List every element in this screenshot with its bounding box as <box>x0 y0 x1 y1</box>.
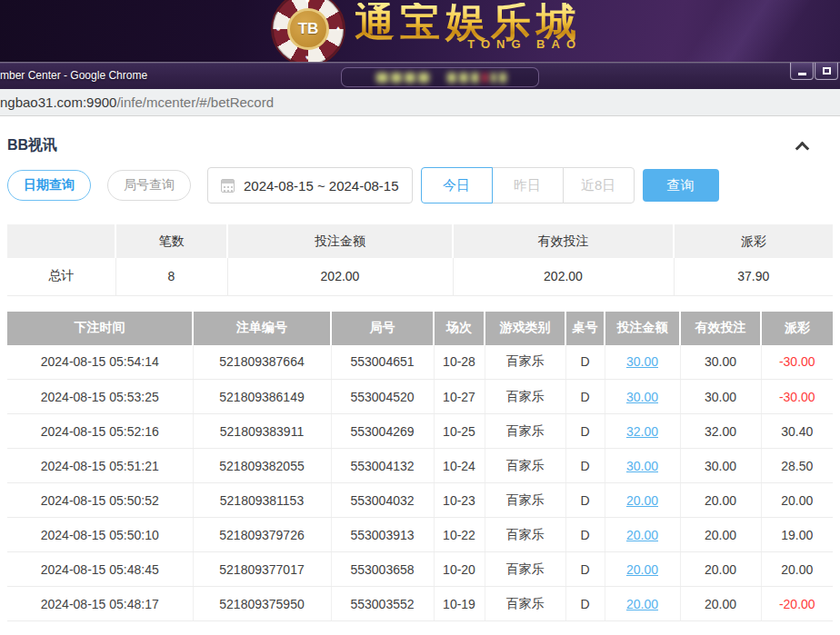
record-cell: 10-25 <box>434 414 485 449</box>
bet-amount-cell: 30.00 <box>605 449 680 483</box>
blurred-text-block <box>471 73 479 83</box>
record-cell: 百家乐 <box>485 449 565 483</box>
record-cell: D <box>565 414 605 449</box>
summary-cell: 总计 <box>7 258 115 295</box>
records-column-header: 局号 <box>331 312 434 345</box>
minimize-icon <box>798 73 806 75</box>
date-range-input[interactable]: 2024-08-15 ~ 2024-08-15 <box>207 167 413 203</box>
record-cell: -30.00 <box>761 380 833 414</box>
record-cell: 百家乐 <box>485 483 565 518</box>
record-cell: 553004651 <box>331 345 434 380</box>
record-cell: 百家乐 <box>485 345 565 380</box>
blurred-text-block <box>376 73 388 83</box>
summary-column-header <box>7 224 115 258</box>
record-cell: 553004520 <box>331 380 434 414</box>
bet-amount-cell: 20.00 <box>605 518 680 552</box>
blurred-text-block <box>447 73 456 83</box>
bet-amount-link[interactable]: 30.00 <box>626 354 658 369</box>
bet-amount-cell: 20.00 <box>605 587 680 621</box>
blurred-text-block <box>432 73 445 83</box>
record-cell: -30.00 <box>761 345 833 380</box>
records-column-header: 下注时间 <box>7 312 193 345</box>
search-button[interactable]: 查询 <box>643 169 719 202</box>
record-cell: 553003658 <box>331 552 434 587</box>
record-cell: 30.00 <box>680 380 761 414</box>
blurred-text-block <box>418 73 429 83</box>
bet-amount-link[interactable]: 20.00 <box>626 562 658 577</box>
record-cell: 百家乐 <box>485 380 565 414</box>
summary-column-header: 派彩 <box>674 224 833 258</box>
record-cell: 521809381153 <box>193 483 331 518</box>
heart-suit-icon: ♥ <box>305 0 310 5</box>
record-cell: 10-22 <box>434 518 485 552</box>
address-bar[interactable]: ngbao31.com:9900/infe/mcenter/#/betRecor… <box>0 89 840 116</box>
record-row: 2024-08-15 05:51:21521809382055553004132… <box>7 449 833 483</box>
summary-header-row: 笔数投注金额有效投注派彩 <box>7 224 833 258</box>
record-row: 2024-08-15 05:53:25521809386149553004520… <box>7 380 833 414</box>
quick-date-button-近8日[interactable]: 近8日 <box>563 167 635 203</box>
record-cell: 10-20 <box>434 552 485 587</box>
record-cell: 10-27 <box>434 380 485 414</box>
record-cell: D <box>565 518 605 552</box>
record-cell: D <box>565 449 605 483</box>
blurred-text-block <box>391 73 402 83</box>
record-cell: 553004032 <box>331 483 434 518</box>
record-cell: 百家乐 <box>485 518 565 552</box>
maximize-icon <box>823 67 831 74</box>
record-cell: -20.00 <box>761 587 833 621</box>
maximize-button[interactable] <box>815 63 838 80</box>
summary-column-header: 有效投注 <box>453 224 674 258</box>
record-cell: 30.40 <box>761 414 833 449</box>
record-row: 2024-08-15 05:52:16521809383911553004269… <box>7 414 833 449</box>
records-column-header: 游戏类别 <box>485 312 565 345</box>
section-header: BB视讯 <box>7 116 833 158</box>
record-cell: 2024-08-15 05:50:52 <box>7 483 193 518</box>
bet-amount-link[interactable]: 30.00 <box>626 390 658 404</box>
record-cell: 28.50 <box>761 449 833 483</box>
brand-wordmark: 通宝娱乐城 TONG BAO <box>355 3 582 51</box>
diamond-suit-icon: ♦ <box>336 25 340 33</box>
bet-amount-link[interactable]: 20.00 <box>626 528 658 542</box>
summary-cell: 202.00 <box>227 258 453 295</box>
bet-amount-cell: 30.00 <box>605 380 680 414</box>
section-title: BB视讯 <box>7 136 57 155</box>
round-query-tab[interactable]: 局号查询 <box>107 170 191 201</box>
record-row: 2024-08-15 05:50:52521809381153553004032… <box>7 483 833 518</box>
quick-date-button-昨日[interactable]: 昨日 <box>492 167 564 203</box>
record-cell: D <box>565 552 605 587</box>
record-cell: 521809386149 <box>193 380 331 414</box>
record-cell: 20.00 <box>761 552 833 587</box>
record-cell: 521809382055 <box>193 449 331 483</box>
blurred-text-block <box>499 73 506 83</box>
page-content: BB视讯 日期查询 局号查询 2024-08-15 ~ 2024-08-15 今… <box>0 116 840 621</box>
record-cell: 2024-08-15 05:50:10 <box>7 518 193 552</box>
window-controls <box>789 63 838 80</box>
minimize-button[interactable] <box>790 63 814 80</box>
records-column-header: 桌号 <box>565 312 605 345</box>
record-cell: 百家乐 <box>485 414 565 449</box>
chip-monogram: TB <box>287 8 329 50</box>
spade-suit-icon: ♠ <box>276 25 280 33</box>
url-path: /infe/mcenter/#/betRecord <box>116 94 274 110</box>
bet-amount-link[interactable]: 20.00 <box>626 597 658 611</box>
blurred-text-block <box>482 73 488 83</box>
record-cell: 521809375950 <box>193 587 331 621</box>
summary-table: 笔数投注金额有效投注派彩 总计8202.00202.0037.90 <box>7 224 833 296</box>
record-cell: 2024-08-15 05:48:17 <box>7 587 193 621</box>
quick-date-group: 今日昨日近8日 <box>421 167 635 203</box>
bet-amount-link[interactable]: 20.00 <box>626 493 658 508</box>
bet-amount-link[interactable]: 30.00 <box>626 459 658 473</box>
summary-column-header: 投注金额 <box>227 224 453 258</box>
date-query-tab[interactable]: 日期查询 <box>7 170 91 201</box>
records-column-header: 有效投注 <box>680 312 761 345</box>
record-cell: 521809377017 <box>193 552 331 587</box>
quick-date-button-今日[interactable]: 今日 <box>421 167 493 203</box>
record-cell: 521809383911 <box>193 414 331 449</box>
bet-records-table: 下注时间注单编号局号场次游戏类别桌号投注金额有效投注派彩 2024-08-15 … <box>7 312 833 622</box>
record-cell: 553003552 <box>331 587 434 621</box>
bet-amount-link[interactable]: 32.00 <box>626 424 658 439</box>
filter-toolbar: 日期查询 局号查询 2024-08-15 ~ 2024-08-15 今日昨日近8… <box>7 167 833 203</box>
record-cell: D <box>565 587 605 621</box>
record-cell: 10-19 <box>434 587 485 621</box>
chevron-up-icon[interactable] <box>795 142 810 156</box>
